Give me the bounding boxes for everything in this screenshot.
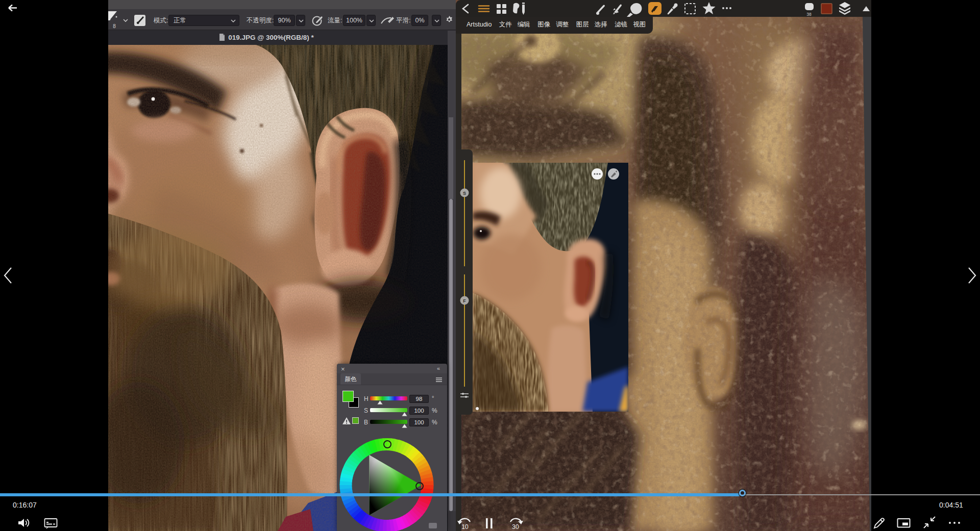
- svg-text:S: S: [463, 191, 466, 196]
- svg-text:38: 38: [806, 12, 812, 17]
- svg-text:10: 10: [461, 523, 469, 530]
- svg-text:8: 8: [113, 23, 116, 29]
- svg-text:F: F: [463, 298, 466, 304]
- svg-text:30: 30: [512, 523, 519, 530]
